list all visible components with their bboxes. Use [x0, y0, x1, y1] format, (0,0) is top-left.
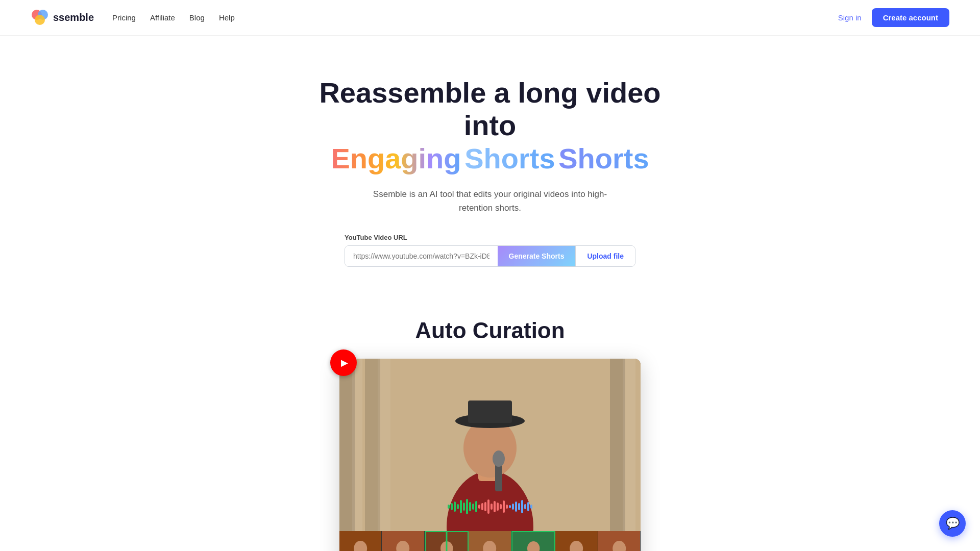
waveform-bar-14 — [491, 504, 493, 510]
filmstrip-frame-1 — [382, 531, 424, 551]
url-input[interactable] — [345, 246, 498, 266]
svg-point-16 — [493, 450, 505, 467]
waveform-bar-18 — [503, 500, 505, 513]
nav-help[interactable]: Help — [219, 13, 235, 22]
nav-blog[interactable]: Blog — [189, 13, 205, 22]
waveform-bar-22 — [515, 502, 517, 512]
upload-file-button[interactable]: Upload file — [575, 246, 635, 266]
hero-title-line2: Engaging Shorts Shorts — [331, 142, 649, 175]
svg-rect-14 — [468, 400, 512, 423]
nav-pricing[interactable]: Pricing — [112, 13, 136, 22]
hero-section: Reassemble a long video into Engaging Sh… — [0, 36, 980, 287]
waveform-bar-20 — [509, 505, 511, 508]
logo-link[interactable]: ssemble — [31, 9, 94, 27]
video-thumbnail: 0:14 / 1:23 — [339, 359, 641, 532]
waveform-bar-10 — [478, 505, 480, 509]
svg-point-2 — [35, 15, 45, 25]
waveform-bar-17 — [500, 504, 502, 509]
logo-text: ssemble — [53, 12, 94, 23]
navbar-left: ssemble Pricing Affiliate Blog Help — [31, 9, 235, 27]
filmstrip-frame-4 — [511, 531, 555, 551]
waveform-bar-25 — [524, 504, 526, 509]
waveform-bar-7 — [469, 502, 471, 511]
waveform-bar-0 — [448, 505, 450, 509]
waveform-bar-5 — [463, 503, 465, 511]
play-icon: ▶ — [341, 357, 348, 368]
waveform-bar-4 — [460, 500, 462, 513]
hero-shorts: Shorts — [464, 142, 555, 174]
waveform-bar-23 — [518, 503, 520, 510]
hero-engaging: Engaging — [331, 142, 461, 174]
filmstrip-frame-0 — [339, 531, 382, 551]
waveform-bar-15 — [494, 501, 496, 512]
hero-description: Ssemble is an AI tool that edits your or… — [362, 187, 618, 215]
waveform-bar-3 — [457, 504, 459, 509]
waveform-bar-12 — [484, 502, 486, 511]
nav-links: Pricing Affiliate Blog Help — [112, 13, 235, 22]
auto-curation-section: Auto Curation ▶ — [0, 287, 980, 551]
waveform-bar-27 — [530, 505, 532, 509]
create-account-button[interactable]: Create account — [872, 8, 949, 27]
waveform-bar-13 — [487, 499, 489, 514]
video-container: 0:14 / 1:23 — [339, 359, 641, 551]
filmstrip — [339, 531, 641, 551]
logo-icon — [31, 9, 49, 27]
url-section: YouTube Video URL Generate Shorts Upload… — [345, 234, 635, 267]
waveform-bar-16 — [497, 503, 499, 511]
waveform-bar-19 — [506, 505, 508, 509]
video-waveform — [339, 496, 641, 517]
waveform-bar-9 — [475, 501, 477, 512]
frame-svg-3 — [469, 531, 510, 551]
url-label: YouTube Video URL — [345, 234, 407, 241]
video-wrapper: ▶ — [339, 359, 641, 551]
waveform-bar-8 — [472, 504, 474, 510]
hero-title-line1: Reassemble a long video into — [311, 77, 669, 142]
waveform-bar-1 — [451, 503, 453, 510]
waveform-bar-6 — [466, 499, 468, 514]
filmstrip-frame-3 — [469, 531, 511, 551]
navbar-right: Sign in Create account — [838, 8, 949, 27]
frame-svg-4 — [512, 532, 554, 551]
navbar: ssemble Pricing Affiliate Blog Help Sign… — [0, 0, 980, 36]
frame-svg-6 — [598, 531, 640, 551]
waveform-bar-21 — [512, 504, 514, 510]
frame-svg-0 — [339, 531, 381, 551]
sign-in-button[interactable]: Sign in — [838, 13, 862, 22]
filmstrip-cursor — [446, 532, 448, 551]
chat-icon: 💬 — [946, 517, 960, 530]
frame-svg-1 — [382, 531, 424, 551]
waveform-bar-11 — [481, 503, 483, 510]
filmstrip-frame-6 — [598, 531, 641, 551]
filmstrip-frame-2 — [425, 531, 469, 551]
hero-shorts-word: Shorts — [558, 142, 649, 174]
frame-svg-5 — [555, 531, 597, 551]
waveform-bar-2 — [454, 502, 456, 512]
nav-affiliate[interactable]: Affiliate — [150, 13, 175, 22]
chat-support-button[interactable]: 💬 — [939, 510, 966, 537]
url-input-row: Generate Shorts Upload file — [345, 245, 635, 267]
filmstrip-frame-5 — [555, 531, 598, 551]
youtube-play-button[interactable]: ▶ — [330, 349, 357, 376]
waveform-bar-24 — [521, 500, 523, 513]
generate-shorts-button[interactable]: Generate Shorts — [498, 246, 576, 266]
auto-curation-title: Auto Curation — [415, 318, 565, 343]
waveform-bar-26 — [527, 502, 529, 511]
